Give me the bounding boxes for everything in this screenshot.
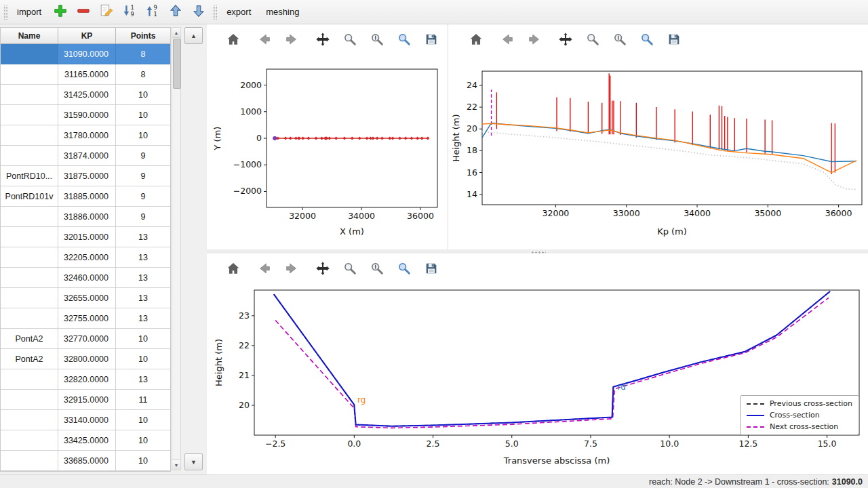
cell-points[interactable]: 10 bbox=[116, 349, 170, 369]
cell-kp[interactable]: 32015.0000 bbox=[58, 227, 116, 247]
cell-kp[interactable]: 31874.0000 bbox=[58, 146, 116, 166]
export-button[interactable]: export bbox=[221, 4, 256, 20]
cell-kp[interactable]: 31780.0000 bbox=[58, 125, 116, 146]
table-row[interactable]: 31165.00008 bbox=[1, 64, 170, 85]
zoom-options-button[interactable] bbox=[366, 258, 389, 279]
cell-kp[interactable]: 31875.0000 bbox=[58, 166, 116, 186]
cell-points[interactable]: 10 bbox=[116, 125, 170, 146]
table-row[interactable]: 32205.000013 bbox=[1, 247, 170, 268]
cell-points[interactable]: 11 bbox=[116, 390, 170, 410]
move-down-button[interactable] bbox=[189, 3, 208, 22]
cell-kp[interactable]: 32205.0000 bbox=[58, 247, 116, 268]
zoom-options-button[interactable] bbox=[608, 29, 631, 49]
cell-name[interactable] bbox=[1, 44, 58, 64]
cell-kp[interactable]: 32820.0000 bbox=[58, 369, 116, 390]
cell-points[interactable]: 9 bbox=[116, 166, 170, 186]
cell-points[interactable]: 13 bbox=[116, 288, 170, 308]
column-header-points[interactable]: Points bbox=[116, 28, 170, 44]
cell-points[interactable]: 13 bbox=[116, 247, 170, 268]
pan-button[interactable] bbox=[311, 29, 334, 49]
cell-points[interactable]: 9 bbox=[116, 207, 170, 227]
cell-kp[interactable]: 32655.0000 bbox=[58, 288, 116, 308]
table-row[interactable]: 31425.000010 bbox=[1, 85, 170, 105]
cell-name[interactable] bbox=[1, 146, 58, 166]
toolbar-grip[interactable] bbox=[212, 5, 217, 20]
cell-name[interactable] bbox=[1, 207, 58, 227]
page-up-button[interactable]: ▲ bbox=[184, 27, 203, 44]
table-row[interactable]: 31090.00008 bbox=[1, 44, 170, 64]
cell-points[interactable]: 10 bbox=[116, 451, 170, 471]
cell-points[interactable]: 8 bbox=[116, 64, 170, 85]
cell-name[interactable] bbox=[1, 430, 58, 451]
toolbar-grip[interactable] bbox=[3, 5, 7, 20]
cell-name[interactable] bbox=[1, 268, 58, 288]
table-row[interactable]: 31886.00009 bbox=[1, 207, 170, 227]
zoom-button[interactable] bbox=[581, 29, 604, 49]
table-row[interactable]: 33685.000010 bbox=[1, 451, 170, 471]
table-row[interactable]: 32755.000013 bbox=[1, 308, 170, 329]
add-row-button[interactable] bbox=[51, 3, 70, 22]
cell-kp[interactable]: 31886.0000 bbox=[58, 207, 116, 227]
cell-name[interactable] bbox=[1, 410, 58, 430]
cell-kp[interactable]: 32800.0000 bbox=[58, 349, 116, 369]
cell-kp[interactable]: 31885.0000 bbox=[58, 186, 116, 207]
cell-kp[interactable]: 32770.0000 bbox=[58, 329, 116, 349]
cell-name[interactable] bbox=[1, 247, 58, 268]
back-button[interactable] bbox=[253, 258, 276, 279]
sort-ascending-button[interactable]: 19 bbox=[120, 3, 139, 22]
table-row[interactable]: 32915.000011 bbox=[1, 390, 170, 410]
cell-points[interactable]: 10 bbox=[116, 85, 170, 105]
column-header-kp[interactable]: KP bbox=[58, 28, 116, 44]
cell-kp[interactable]: 33140.0000 bbox=[58, 410, 116, 430]
cell-name[interactable] bbox=[1, 64, 58, 85]
back-button[interactable] bbox=[253, 29, 276, 49]
table-row[interactable]: 33140.000010 bbox=[1, 410, 170, 430]
table-row[interactable]: 32460.000013 bbox=[1, 268, 170, 288]
home-button[interactable] bbox=[222, 29, 245, 49]
cell-points[interactable]: 9 bbox=[116, 186, 170, 207]
cell-points[interactable]: 10 bbox=[116, 105, 170, 125]
forward-button[interactable] bbox=[280, 29, 303, 49]
cell-name[interactable]: PontRD101v bbox=[1, 186, 58, 207]
table-row[interactable]: 32820.000013 bbox=[1, 369, 170, 390]
cell-name[interactable] bbox=[1, 85, 58, 105]
save-button[interactable] bbox=[663, 29, 686, 49]
meshing-button[interactable]: meshing bbox=[260, 4, 304, 20]
cell-points[interactable]: 13 bbox=[116, 369, 170, 390]
cell-kp[interactable]: 31090.0000 bbox=[58, 44, 116, 64]
column-header-name[interactable]: Name bbox=[1, 28, 58, 44]
table-row[interactable]: 31590.000010 bbox=[1, 105, 170, 125]
cell-kp[interactable]: 33425.0000 bbox=[58, 430, 116, 451]
table-row[interactable]: 31874.00009 bbox=[1, 146, 170, 166]
import-button[interactable]: import bbox=[12, 4, 47, 20]
save-button[interactable] bbox=[420, 258, 443, 279]
scroll-down-arrow-icon[interactable]: ▼ bbox=[172, 460, 180, 470]
scroll-up-arrow-icon[interactable]: ▲ bbox=[172, 28, 180, 38]
cell-name[interactable] bbox=[1, 227, 58, 247]
cell-points[interactable]: 10 bbox=[116, 410, 170, 430]
plan-view-chart[interactable]: 320003400036000200010000−1000−2000X (m)Y… bbox=[207, 54, 448, 247]
cell-points[interactable]: 13 bbox=[116, 268, 170, 288]
table-row[interactable]: PontA232800.000010 bbox=[1, 349, 170, 369]
forward-button[interactable] bbox=[523, 29, 546, 49]
home-button[interactable] bbox=[465, 29, 488, 49]
cell-points[interactable]: 13 bbox=[116, 227, 170, 247]
cell-kp[interactable]: 31590.0000 bbox=[58, 105, 116, 125]
table-row[interactable]: 31780.000010 bbox=[1, 125, 170, 146]
move-up-button[interactable] bbox=[166, 3, 185, 22]
edit-row-button[interactable] bbox=[97, 3, 116, 22]
save-button[interactable] bbox=[420, 29, 443, 49]
zoom-region-button[interactable] bbox=[635, 29, 658, 49]
cell-kp[interactable]: 32460.0000 bbox=[58, 268, 116, 288]
cell-name[interactable] bbox=[1, 308, 58, 329]
zoom-region-button[interactable] bbox=[393, 258, 416, 279]
cell-points[interactable]: 8 bbox=[116, 44, 170, 64]
cell-name[interactable] bbox=[1, 451, 58, 471]
table-row[interactable]: 32015.000013 bbox=[1, 227, 170, 247]
table-row[interactable]: 33425.000010 bbox=[1, 430, 170, 451]
cell-points[interactable]: 9 bbox=[116, 146, 170, 166]
cross-section-chart[interactable]: −2.50.02.55.07.510.012.515.020212223Tran… bbox=[207, 278, 868, 474]
cell-name[interactable] bbox=[1, 125, 58, 146]
table-scrollbar[interactable]: ▲ ▼ bbox=[172, 27, 181, 470]
table-row[interactable]: 32655.000013 bbox=[1, 288, 170, 308]
